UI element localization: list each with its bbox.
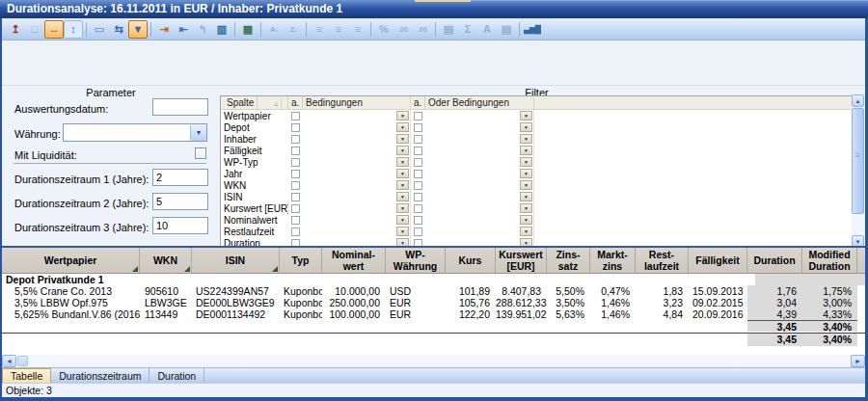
filter-or-condition-dropdown[interactable]: ▼: [425, 202, 534, 214]
filter-vertical-scrollbar[interactable]: ▲ ▼: [852, 94, 864, 248]
tab-tabelle[interactable]: Tabelle: [2, 368, 51, 383]
col-header-kurs[interactable]: Kurs: [446, 248, 496, 274]
table-row[interactable]: 3,5% LBBW Opf.975 LBW3GE DE000LBW3GE9 Ku…: [2, 297, 865, 308]
chevron-down-icon[interactable]: ▼: [396, 146, 409, 155]
filter-or-condition-dropdown[interactable]: ▼: [425, 179, 534, 191]
filter-or-condition-dropdown[interactable]: ▼: [425, 110, 534, 121]
filter-and-checkbox[interactable]: [291, 123, 300, 132]
filter-or-checkbox[interactable]: [414, 112, 422, 120]
chevron-down-icon[interactable]: ▼: [520, 203, 532, 213]
pivot-icon[interactable]: ▤: [439, 20, 458, 39]
decimal-remove-icon[interactable]: .00: [413, 20, 432, 39]
col-header-wertpapier[interactable]: Wertpapier: [2, 248, 140, 274]
filter-and-checkbox[interactable]: [291, 170, 300, 178]
filter-condition-dropdown[interactable]: ▼: [303, 191, 411, 202]
chevron-down-icon[interactable]: ▼: [190, 124, 206, 141]
report-icon[interactable]: ▦: [238, 20, 258, 39]
filter-or-checkbox[interactable]: [414, 147, 422, 155]
waehrung-select[interactable]: ▼: [63, 123, 207, 142]
filter-or-checkbox[interactable]: [414, 193, 422, 201]
col-header-restlaufzeit[interactable]: Rest- laufzeit: [636, 248, 689, 274]
drill-back-icon[interactable]: ↰: [193, 20, 212, 39]
scrollbar-thumb[interactable]: [852, 108, 864, 214]
filter-and-checkbox[interactable]: [291, 204, 300, 213]
filter-condition-dropdown[interactable]: ▼: [303, 168, 411, 179]
row-height-medium-icon[interactable]: ≡: [329, 20, 348, 39]
chevron-down-icon[interactable]: ▼: [396, 122, 409, 132]
sort-asc-icon[interactable]: A↓: [264, 20, 284, 39]
chevron-down-icon[interactable]: ▼: [520, 122, 532, 132]
table-row[interactable]: 5,625% Bundanl.V.86 (2016) 113449 DE0001…: [2, 308, 865, 320]
filter-condition-dropdown[interactable]: ▼: [303, 110, 411, 121]
filter-and-checkbox[interactable]: [291, 181, 300, 190]
filter-and-checkbox[interactable]: [291, 227, 300, 236]
col-header-marktzins[interactable]: Markt- zins: [590, 248, 636, 274]
filter-or-condition-dropdown[interactable]: ▼: [425, 168, 534, 179]
filter-condition-dropdown[interactable]: ▼: [303, 145, 411, 156]
chevron-down-icon[interactable]: ▼: [520, 180, 532, 190]
row-height-small-icon[interactable]: ≡: [310, 20, 329, 39]
chevron-down-icon[interactable]: ▼: [396, 203, 409, 213]
chevron-down-icon[interactable]: ▼: [396, 111, 409, 120]
fit-height-icon[interactable]: ↕: [64, 20, 83, 39]
drill-out-icon[interactable]: ⇤: [174, 20, 193, 39]
horizontal-scrollbar[interactable]: ◄ ►: [2, 355, 865, 367]
filter-or-condition-dropdown[interactable]: ▼: [425, 191, 534, 202]
filter-or-checkbox[interactable]: [414, 204, 422, 213]
chevron-down-icon[interactable]: ▼: [520, 169, 532, 178]
dz1-input[interactable]: [152, 169, 208, 186]
chart-view-icon[interactable]: ▃▅▇: [523, 20, 542, 39]
chevron-down-icon[interactable]: ▼: [520, 146, 532, 155]
filter-or-condition-dropdown[interactable]: ▼: [425, 226, 534, 237]
filter-or-condition-dropdown[interactable]: ▼: [425, 156, 534, 168]
dz2-input[interactable]: [152, 193, 208, 210]
drill-in-icon[interactable]: ⇥: [154, 20, 174, 39]
filter-or-checkbox[interactable]: [414, 170, 422, 178]
copy-icon[interactable]: □: [25, 20, 44, 39]
filter-and-checkbox[interactable]: [291, 135, 300, 144]
columns-icon[interactable]: ▤: [497, 20, 516, 39]
col-header-wkn[interactable]: WKN: [140, 248, 192, 274]
table-row[interactable]: 5,5% Crane Co. 2013 905610 US224399AN57 …: [2, 285, 865, 297]
fit-width-icon[interactable]: ↔: [44, 20, 64, 39]
layout-icon[interactable]: ▭: [90, 20, 109, 39]
filter-or-condition-dropdown[interactable]: ▼: [425, 214, 534, 226]
chevron-down-icon[interactable]: ▼: [520, 215, 532, 225]
filter-or-checkbox[interactable]: [414, 181, 422, 190]
chevron-down-icon[interactable]: ▼: [520, 157, 532, 167]
filter-icon[interactable]: ▼: [128, 20, 148, 39]
col-header-wp-waehrung[interactable]: WP- Währung: [386, 248, 446, 274]
filter-and-checkbox[interactable]: [291, 216, 300, 225]
filter-and-checkbox[interactable]: [291, 147, 300, 155]
filter-condition-dropdown[interactable]: ▼: [303, 214, 411, 226]
filter-condition-dropdown[interactable]: ▼: [303, 156, 411, 168]
chevron-down-icon[interactable]: ▼: [396, 157, 409, 167]
col-header-duration[interactable]: Duration: [747, 248, 802, 274]
chart-search-icon[interactable]: ▥: [212, 20, 231, 39]
sort-desc-icon[interactable]: Z↓: [284, 20, 303, 39]
col-header-nominalwert[interactable]: Nominal- wert: [322, 248, 386, 274]
refresh-icon[interactable]: ⇆: [109, 20, 128, 39]
liquiditaet-checkbox[interactable]: [195, 147, 206, 159]
chevron-down-icon[interactable]: ▼: [520, 111, 532, 120]
chevron-down-icon[interactable]: ▼: [520, 134, 532, 144]
percent-icon[interactable]: %: [374, 20, 393, 39]
tab-duration[interactable]: Duration: [149, 368, 204, 383]
filter-or-condition-dropdown[interactable]: ▼: [425, 145, 534, 156]
scrollbar-thumb[interactable]: [17, 356, 28, 366]
filter-and-checkbox[interactable]: [291, 112, 300, 120]
auswertungsdatum-input[interactable]: [152, 98, 208, 116]
filter-header-or[interactable]: a.: [411, 96, 425, 109]
chevron-down-icon[interactable]: ▼: [396, 169, 409, 178]
filter-and-checkbox[interactable]: [291, 158, 300, 167]
filter-condition-dropdown[interactable]: ▼: [303, 121, 411, 133]
tab-durationszeitraum[interactable]: Durationszeitraum: [51, 368, 149, 383]
filter-header-spalte[interactable]: Spalte▵: [221, 96, 288, 109]
filter-condition-dropdown[interactable]: ▼: [303, 226, 411, 237]
chevron-down-icon[interactable]: ▼: [396, 215, 409, 225]
col-header-modified-duration[interactable]: Modified Duration: [802, 248, 857, 274]
col-header-isin[interactable]: ISIN: [192, 248, 280, 274]
chevron-down-icon[interactable]: ▼: [396, 180, 409, 190]
export-icon[interactable]: ↥: [6, 20, 25, 39]
chevron-down-icon[interactable]: ▼: [520, 192, 532, 201]
